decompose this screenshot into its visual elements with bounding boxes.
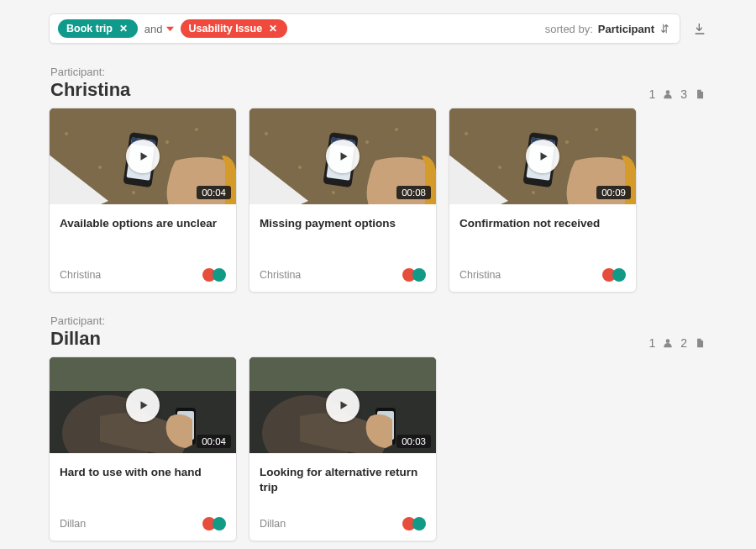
play-icon [338, 150, 349, 162]
svg-point-29 [532, 191, 535, 194]
clip-thumbnail[interactable]: 00:03 [249, 357, 436, 453]
tag-dot-teal [412, 517, 426, 531]
svg-point-2 [98, 166, 102, 169]
person-icon [662, 88, 674, 100]
clip-card[interactable]: 00:09 Confirmation not received Christin… [449, 108, 637, 293]
svg-point-17 [332, 191, 335, 194]
clip-tags [402, 517, 426, 531]
clip-thumbnail[interactable]: 00:04 [50, 357, 236, 453]
clip-tags [202, 268, 226, 282]
card-list: 00:04 Available options are unclear Chri… [49, 108, 707, 293]
svg-point-5 [132, 191, 135, 194]
sort-control[interactable]: sorted by: Participant [545, 23, 671, 35]
clip-tags [402, 268, 426, 282]
clip-participant: Christina [60, 269, 101, 281]
play-button[interactable] [126, 388, 160, 422]
person-icon [662, 337, 674, 349]
clip-count: 3 [680, 87, 687, 101]
filter-operator[interactable]: and [138, 23, 181, 35]
group-name: Dillan [50, 328, 105, 350]
participant-count: 1 [648, 87, 655, 101]
svg-point-1 [65, 132, 68, 135]
clip-tags [602, 268, 626, 282]
clip-participant: Christina [260, 269, 301, 281]
svg-point-25 [465, 132, 468, 135]
download-icon [693, 22, 706, 35]
play-button[interactable] [326, 388, 360, 422]
clip-duration: 00:04 [197, 435, 231, 448]
play-icon [138, 399, 150, 411]
chevron-down-icon [166, 25, 174, 33]
clip-participant: Christina [459, 269, 501, 281]
clip-duration: 00:09 [596, 186, 631, 199]
filter-tag-usability-issue[interactable]: Usability Issue ✕ [181, 19, 288, 38]
filter-bar: Book trip ✕ and Usability Issue ✕ sorted… [49, 13, 680, 44]
group-name: Christina [50, 79, 130, 101]
svg-point-7 [195, 128, 198, 131]
clip-participant: Dillan [60, 518, 86, 530]
play-icon [338, 399, 349, 411]
play-button[interactable] [126, 140, 160, 173]
svg-point-19 [395, 128, 398, 131]
filter-tag-label: Book trip [66, 24, 113, 34]
svg-point-3 [165, 140, 169, 144]
svg-point-13 [265, 132, 268, 135]
clip-card[interactable]: 00:04 Hard to use with one hand Dillan [49, 356, 237, 541]
close-icon[interactable]: ✕ [118, 23, 129, 34]
clip-title: Available options are unclear [60, 216, 226, 246]
clip-icon [694, 337, 706, 349]
filter-operator-label: and [144, 23, 163, 35]
play-button[interactable] [526, 140, 559, 173]
group-header: Participant: Dillan 1 2 [50, 314, 706, 350]
group-counts: 1 2 [648, 336, 706, 350]
group-counts: 1 3 [648, 87, 706, 101]
play-icon [538, 150, 549, 162]
clip-tags [202, 517, 226, 531]
clip-thumbnail[interactable]: 00:04 [50, 108, 236, 204]
clip-thumbnail[interactable]: 00:09 [449, 108, 636, 204]
participant-group: Participant: Christina 1 3 [49, 66, 707, 293]
svg-point-14 [298, 166, 302, 169]
clip-title: Hard to use with one hand [60, 465, 226, 495]
svg-point-26 [498, 166, 501, 169]
group-header: Participant: Christina 1 3 [50, 66, 706, 101]
clip-duration: 00:08 [396, 186, 431, 199]
clip-duration: 00:03 [396, 435, 431, 448]
filter-tag-book-trip[interactable]: Book trip ✕ [58, 19, 138, 38]
svg-point-27 [565, 140, 569, 144]
clip-count: 2 [680, 336, 687, 350]
close-icon[interactable]: ✕ [267, 23, 279, 34]
group-label: Participant: [50, 314, 105, 328]
clip-card[interactable]: 00:04 Available options are unclear Chri… [49, 108, 237, 293]
clip-title: Looking for alternative return trip [260, 465, 426, 495]
participant-count: 1 [648, 336, 655, 350]
download-button[interactable] [692, 21, 707, 36]
card-list: 00:04 Hard to use with one hand Dillan [49, 356, 707, 541]
sort-label: sorted by: [545, 23, 593, 35]
tag-dot-teal [213, 268, 226, 282]
clip-card[interactable]: 00:08 Missing payment options Christina [249, 108, 437, 293]
filter-tag-label: Usability Issue [189, 24, 263, 34]
clip-card[interactable]: 00:03 Looking for alternative return tri… [249, 356, 437, 541]
svg-point-15 [365, 140, 369, 144]
svg-point-31 [595, 128, 598, 131]
clip-participant: Dillan [260, 518, 286, 530]
tag-dot-teal [412, 268, 426, 282]
svg-rect-37 [50, 357, 236, 391]
tag-dot-teal [612, 268, 626, 282]
play-icon [138, 150, 150, 162]
play-button[interactable] [326, 140, 360, 173]
tag-dot-teal [213, 517, 226, 531]
sort-value: Participant [598, 23, 654, 35]
clip-thumbnail[interactable]: 00:08 [249, 108, 436, 204]
clip-title: Confirmation not received [459, 216, 626, 246]
svg-rect-43 [249, 357, 436, 391]
participant-group: Participant: Dillan 1 2 [49, 314, 707, 541]
clip-duration: 00:04 [197, 186, 231, 199]
clip-title: Missing payment options [260, 216, 426, 246]
group-label: Participant: [50, 66, 130, 79]
clip-icon [694, 88, 706, 100]
sort-icon [659, 23, 671, 34]
